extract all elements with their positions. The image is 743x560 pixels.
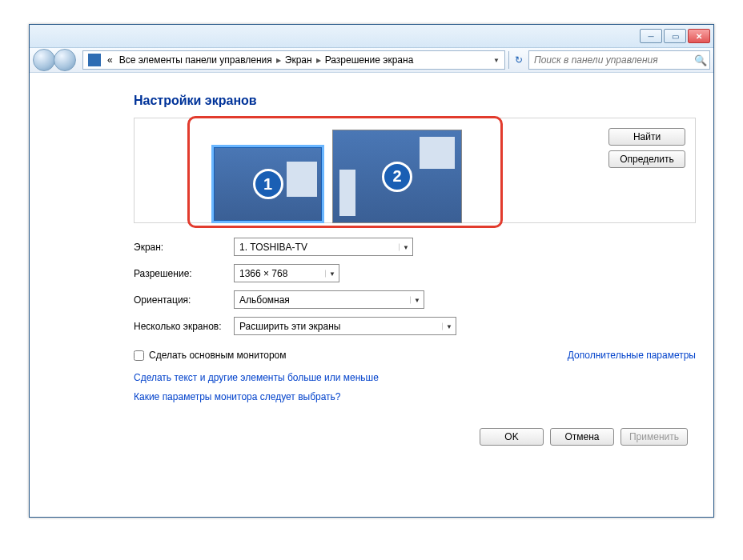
advanced-settings-link[interactable]: Дополнительные параметры [568,350,696,361]
make-main-display-checkbox[interactable] [134,350,144,361]
monitor-number: 1 [253,169,283,199]
multiple-displays-label: Несколько экранов: [134,321,234,332]
breadcrumb-item[interactable]: Разрешение экрана [322,54,417,66]
resolution-label: Разрешение: [134,268,234,279]
titlebar: ─ ▭ ✕ [30,25,713,48]
display-label: Экран: [134,242,234,253]
display-dropdown[interactable]: 1. TOSHIBA-TV [234,238,413,256]
monitor-1[interactable]: 1 [211,145,324,223]
close-button[interactable]: ✕ [688,29,710,43]
monitor-number: 2 [382,162,412,192]
dialog-buttons: OK Отмена Применить [134,428,696,446]
chevron-right-icon: ▶ [315,57,322,64]
apply-button[interactable]: Применить [621,428,688,446]
detect-button[interactable]: Найти [608,128,685,146]
page-title: Настройки экранов [134,94,696,108]
navigation-toolbar: « Все элементы панели управления ▶ Экран… [30,48,713,73]
nav-back-button[interactable] [33,49,55,71]
identify-button[interactable]: Определить [608,150,685,168]
which-settings-link[interactable]: Какие параметры монитора следует выбрать… [134,391,696,402]
text-size-link[interactable]: Сделать текст и другие элементы больше и… [134,372,696,383]
search-input[interactable] [529,52,692,68]
window: ─ ▭ ✕ « Все элементы панели управления ▶… [29,24,714,518]
orientation-dropdown[interactable]: Альбомная [234,290,424,309]
breadcrumb-root[interactable]: « [104,54,116,66]
display-arrangement-area[interactable]: 1 2 Найти Определить [134,118,696,223]
resolution-dropdown[interactable]: 1366 × 768 [234,264,339,282]
search-box[interactable]: 🔍 [528,50,710,70]
refresh-button[interactable]: ↻ [508,51,528,69]
address-bar[interactable]: « Все элементы панели управления ▶ Экран… [82,50,505,70]
multiple-displays-dropdown[interactable]: Расширить эти экраны [234,317,456,335]
breadcrumb-item[interactable]: Все элементы панели управления [116,54,275,66]
cancel-button[interactable]: Отмена [550,428,614,446]
search-icon[interactable]: 🔍 [692,54,709,66]
make-main-display-label: Сделать основным монитором [149,350,287,361]
ok-button[interactable]: OK [480,428,544,446]
minimize-button[interactable]: ─ [640,29,662,43]
nav-forward-button[interactable] [54,49,76,71]
monitor-2[interactable]: 2 [332,130,462,223]
address-history-dropdown[interactable]: ▼ [490,57,503,64]
breadcrumb-item[interactable]: Экран [282,54,315,66]
maximize-button[interactable]: ▭ [664,29,686,43]
chevron-right-icon: ▶ [275,57,282,64]
orientation-label: Ориентация: [134,294,234,306]
control-panel-icon [88,54,101,66]
content-area: Настройки экранов 1 2 Найти Определить [30,73,713,446]
